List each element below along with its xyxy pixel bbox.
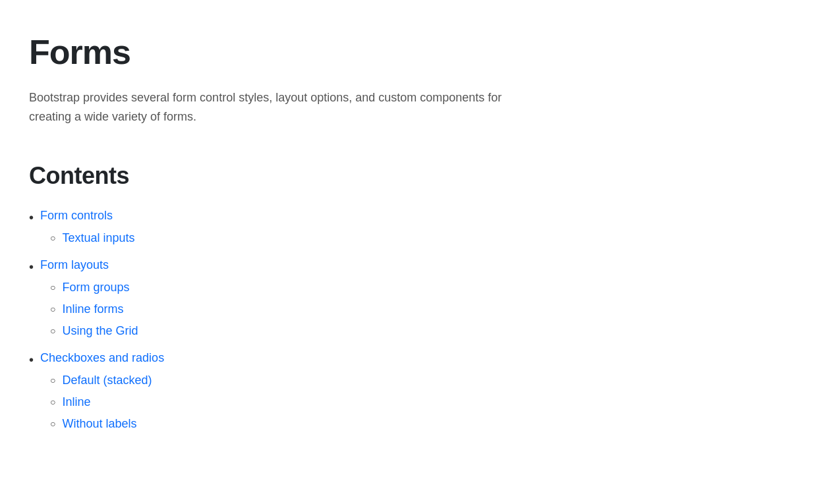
bullet-filled-icon: • [29,258,34,276]
contents-link-textual-inputs[interactable]: Textual inputs [62,229,134,247]
bullet-open-icon: ○ [50,374,55,387]
list-item: ○Inline [50,393,804,411]
contents-heading: Contents [29,158,804,194]
contents-link-inline[interactable]: Inline [62,393,90,411]
bullet-open-icon: ○ [50,303,55,316]
sub-list-checkboxes-and-radios: ○Default (stacked)○Inline○Without labels [50,372,804,437]
list-item: •Form layouts○Form groups○Inline forms○U… [29,256,804,347]
contents-link-form-groups[interactable]: Form groups [62,279,129,296]
contents-link-default-stacked[interactable]: Default (stacked) [62,372,152,389]
bullet-filled-icon: • [29,208,34,227]
page-description: Bootstrap provides several form control … [29,88,530,126]
contents-link-using-the-grid[interactable]: Using the Grid [62,322,138,340]
bullet-open-icon: ○ [50,396,55,409]
list-item: •Checkboxes and radios○Default (stacked)… [29,349,804,439]
list-item: ○Inline forms [50,300,804,318]
page-title: Forms [29,26,804,78]
bullet-open-icon: ○ [50,281,55,294]
contents-list: •Form controls○Textual inputs•Form layou… [29,207,804,439]
bullet-open-icon: ○ [50,325,55,338]
contents-link-form-layouts[interactable]: Form layouts [40,256,109,274]
contents-link-without-labels[interactable]: Without labels [62,415,136,433]
sub-list-form-layouts: ○Form groups○Inline forms○Using the Grid [50,279,804,344]
sub-list-form-controls: ○Textual inputs [50,229,804,251]
contents-link-form-controls[interactable]: Form controls [40,207,113,225]
list-item: ○Default (stacked) [50,372,804,389]
list-item: ○Form groups [50,279,804,296]
bullet-filled-icon: • [29,350,34,369]
list-item: •Form controls○Textual inputs [29,207,804,254]
list-item: ○Using the Grid [50,322,804,340]
list-item: ○Textual inputs [50,229,804,247]
list-item: ○Without labels [50,415,804,433]
bullet-open-icon: ○ [50,232,55,245]
contents-link-inline-forms[interactable]: Inline forms [62,300,123,318]
contents-link-checkboxes-and-radios[interactable]: Checkboxes and radios [40,349,164,367]
bullet-open-icon: ○ [50,418,55,431]
